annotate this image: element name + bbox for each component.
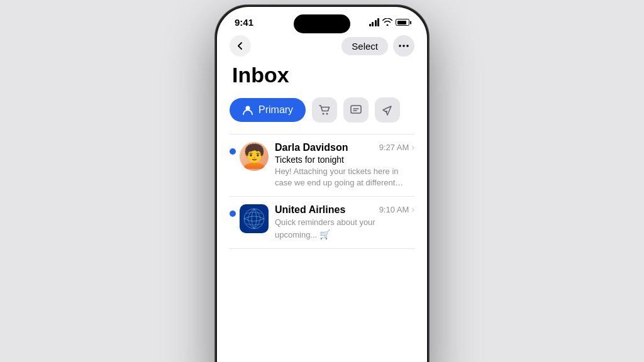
nav-right-buttons: Select <box>341 35 414 57</box>
chevron-right-icon-united: › <box>411 204 414 214</box>
svg-point-2 <box>406 45 409 47</box>
svg-rect-6 <box>351 106 361 113</box>
email-item-darla[interactable]: 🧑‍🦱 Darla Davidson 9:27 AM › Tickets for… <box>230 134 414 197</box>
chevron-right-icon: › <box>411 142 414 152</box>
signal-icon <box>369 19 380 26</box>
wifi-icon <box>382 18 392 27</box>
email-body-united: United Airlines 9:10 AM › Quick reminder… <box>275 204 414 241</box>
tab-promotions[interactable] <box>375 97 400 123</box>
status-icons <box>369 18 410 27</box>
email-time-row-darla: 9:27 AM › <box>379 142 414 152</box>
filter-tabs: Primary <box>230 97 414 123</box>
email-list: 🧑‍🦱 Darla Davidson 9:27 AM › Tickets for… <box>230 134 414 249</box>
email-subject-darla: Tickets for tonight <box>275 155 414 165</box>
svg-point-0 <box>399 45 401 47</box>
email-header-darla: Darla Davidson 9:27 AM › <box>275 142 414 153</box>
email-body-darla: Darla Davidson 9:27 AM › Tickets for ton… <box>275 142 414 189</box>
tab-primary-label: Primary <box>258 104 293 116</box>
tab-primary[interactable]: Primary <box>230 98 306 122</box>
email-sender-united: United Airlines <box>275 204 345 216</box>
shopping-tag-icon: 🛒 <box>319 229 330 239</box>
phone-shell: 9:41 <box>215 5 429 362</box>
email-time-darla: 9:27 AM <box>379 143 409 152</box>
svg-point-4 <box>323 113 325 115</box>
inbox-title: Inbox <box>230 63 414 87</box>
more-button[interactable] <box>393 35 414 57</box>
unread-indicator-united <box>230 211 236 217</box>
navigation-bar: Select <box>217 33 427 63</box>
status-time: 9:41 <box>235 17 253 28</box>
scene: 9:41 <box>0 0 644 362</box>
avatar-darla: 🧑‍🦱 <box>240 142 269 171</box>
svg-point-1 <box>402 45 405 47</box>
email-time-united: 9:10 AM <box>379 205 409 214</box>
email-sender-darla: Darla Davidson <box>275 142 348 153</box>
battery-icon <box>396 19 409 26</box>
tab-social[interactable] <box>343 97 369 123</box>
content-area: Inbox Primary <box>217 63 427 249</box>
select-button[interactable]: Select <box>341 37 388 55</box>
email-preview-darla: Hey! Attaching your tickets here in case… <box>275 166 414 189</box>
email-item-united[interactable]: United Airlines 9:10 AM › Quick reminder… <box>230 197 414 249</box>
tab-shopping[interactable] <box>312 97 337 123</box>
svg-point-5 <box>326 113 328 115</box>
dynamic-island <box>294 14 350 33</box>
phone-screen: 9:41 <box>217 7 427 362</box>
email-time-row-united: 9:10 AM › <box>379 204 414 214</box>
unread-indicator <box>230 148 236 155</box>
email-preview-united: Quick reminders about your upcoming...🛒 <box>275 217 414 241</box>
avatar-united <box>240 204 269 233</box>
svg-point-7 <box>386 111 387 112</box>
email-header-united: United Airlines 9:10 AM › <box>275 204 414 216</box>
back-button[interactable] <box>230 35 251 57</box>
